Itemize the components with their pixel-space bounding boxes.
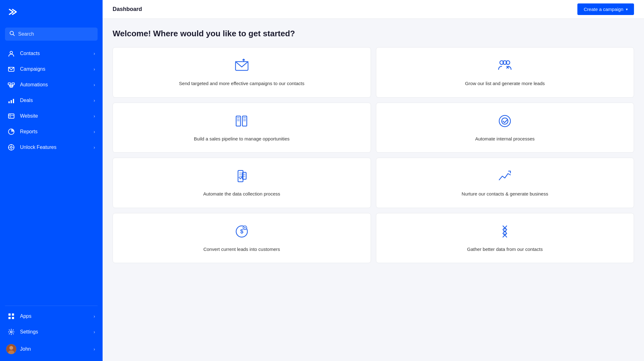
campaigns-chevron-icon: › xyxy=(94,67,95,72)
card-nurture-text: Nurture our contacts & generate business xyxy=(462,191,548,198)
reports-chevron-icon: › xyxy=(94,129,95,134)
card-leads-text: Grow our list and generate more leads xyxy=(465,80,545,87)
card-nurture[interactable]: Nurture our contacts & generate business xyxy=(376,158,634,208)
cards-grid: Send targeted and more effective campaig… xyxy=(113,47,634,263)
create-campaign-label: Create a campaign xyxy=(584,7,623,12)
card-automate-text: Automate internal processes xyxy=(475,135,535,143)
reports-icon xyxy=(8,128,15,135)
welcome-heading: Welcome! Where would you like to get sta… xyxy=(113,29,634,38)
search-label: Search xyxy=(18,31,34,37)
svg-rect-27 xyxy=(8,317,11,319)
svg-rect-17 xyxy=(9,116,11,117)
sidebar-item-deals-label: Deals xyxy=(20,98,89,103)
sidebar-item-apps[interactable]: Apps › xyxy=(0,308,103,324)
automations-icon xyxy=(8,81,15,88)
card-campaigns[interactable]: Send targeted and more effective campaig… xyxy=(113,47,371,98)
sidebar: Search Contacts › Campaigns › xyxy=(0,0,103,361)
unlock-features-chevron-icon: › xyxy=(94,145,95,150)
main-content: Dashboard Create a campaign ▾ Welcome! W… xyxy=(103,0,644,361)
card-leads[interactable]: Grow our list and generate more leads xyxy=(376,47,634,98)
settings-icon xyxy=(8,328,15,335)
sidebar-item-contacts-label: Contacts xyxy=(20,51,89,56)
content-area: Welcome! Where would you like to get sta… xyxy=(103,19,644,361)
convert-card-icon: $ xyxy=(234,223,250,241)
svg-line-1 xyxy=(13,34,15,36)
website-chevron-icon: › xyxy=(94,114,95,119)
contacts-chevron-icon: › xyxy=(94,51,95,56)
leads-card-icon xyxy=(497,58,513,75)
svg-rect-4 xyxy=(8,83,11,85)
sidebar-item-website[interactable]: Website › xyxy=(0,108,103,124)
search-icon xyxy=(9,31,15,38)
search-bar[interactable]: Search xyxy=(5,28,98,41)
svg-point-29 xyxy=(10,331,12,333)
sidebar-item-reports-label: Reports xyxy=(20,129,89,135)
campaigns-icon xyxy=(8,66,15,73)
deals-chevron-icon: › xyxy=(94,98,95,103)
svg-rect-12 xyxy=(11,100,12,103)
logo-icon xyxy=(8,6,19,19)
sidebar-item-contacts[interactable]: Contacts › xyxy=(0,46,103,61)
card-pipeline[interactable]: Build a sales pipeline to manage opportu… xyxy=(113,103,371,153)
email-card-icon xyxy=(234,58,250,75)
svg-point-31 xyxy=(9,346,13,350)
sidebar-item-unlock-features-label: Unlock Features xyxy=(20,145,89,150)
card-gather-text: Gather better data from our contacts xyxy=(467,246,543,253)
card-gather[interactable]: Gather better data from our contacts xyxy=(376,213,634,263)
unlock-features-icon xyxy=(8,144,15,151)
automate-card-icon xyxy=(497,113,513,130)
svg-rect-26 xyxy=(12,313,14,316)
svg-text:$: $ xyxy=(240,228,243,235)
automations-chevron-icon: › xyxy=(94,82,95,87)
svg-point-20 xyxy=(10,146,12,148)
sidebar-item-deals[interactable]: Deals › xyxy=(0,93,103,108)
sidebar-item-apps-label: Apps xyxy=(20,313,89,319)
card-pipeline-text: Build a sales pipeline to manage opportu… xyxy=(194,135,290,143)
sidebar-item-campaigns-label: Campaigns xyxy=(20,66,89,72)
svg-point-2 xyxy=(10,51,13,54)
sidebar-item-user[interactable]: John › xyxy=(0,340,103,358)
sidebar-item-user-label: John xyxy=(20,346,89,352)
data-card-icon xyxy=(234,168,250,186)
apps-icon xyxy=(8,313,15,320)
user-chevron-icon: › xyxy=(94,347,95,352)
card-convert[interactable]: $ Convert current leads into customers xyxy=(113,213,371,263)
deals-icon xyxy=(8,97,15,104)
apps-chevron-icon: › xyxy=(94,314,95,319)
card-data-text: Automate the data collection process xyxy=(203,191,280,198)
bottom-section: Apps › Settings › xyxy=(0,308,103,361)
create-campaign-chevron-icon: ▾ xyxy=(626,7,628,12)
sidebar-item-unlock-features[interactable]: Unlock Features › xyxy=(0,140,103,155)
settings-chevron-icon: › xyxy=(94,329,95,334)
contacts-icon xyxy=(8,50,15,57)
website-icon xyxy=(8,113,15,119)
sidebar-item-reports[interactable]: Reports › xyxy=(0,124,103,140)
sidebar-logo xyxy=(0,0,103,25)
nav-divider xyxy=(5,306,98,306)
sidebar-item-automations-label: Automations xyxy=(20,82,89,88)
sidebar-item-settings-label: Settings xyxy=(20,329,89,335)
nav-section: Contacts › Campaigns › xyxy=(0,46,103,303)
sidebar-item-settings[interactable]: Settings › xyxy=(0,324,103,340)
pipeline-card-icon xyxy=(234,113,250,130)
svg-rect-25 xyxy=(8,313,11,316)
svg-point-48 xyxy=(499,115,510,127)
gather-card-icon xyxy=(497,223,513,241)
card-data[interactable]: Automate the data collection process xyxy=(113,158,371,208)
sidebar-item-campaigns[interactable]: Campaigns › xyxy=(0,61,103,77)
avatar xyxy=(8,344,15,354)
card-convert-text: Convert current leads into customers xyxy=(203,246,280,253)
nurture-card-icon xyxy=(497,168,513,186)
svg-rect-14 xyxy=(8,114,14,118)
svg-rect-5 xyxy=(12,83,14,85)
sidebar-item-automations[interactable]: Automations › xyxy=(0,77,103,93)
svg-rect-28 xyxy=(12,317,14,319)
sidebar-item-website-label: Website xyxy=(20,113,89,119)
create-campaign-button[interactable]: Create a campaign ▾ xyxy=(577,3,634,15)
card-automate[interactable]: Automate internal processes xyxy=(376,103,634,153)
svg-rect-11 xyxy=(8,101,10,103)
top-bar: Dashboard Create a campaign ▾ xyxy=(103,0,644,19)
svg-rect-13 xyxy=(13,99,14,103)
card-campaigns-text: Send targeted and more effective campaig… xyxy=(179,80,304,87)
page-title: Dashboard xyxy=(113,6,142,13)
